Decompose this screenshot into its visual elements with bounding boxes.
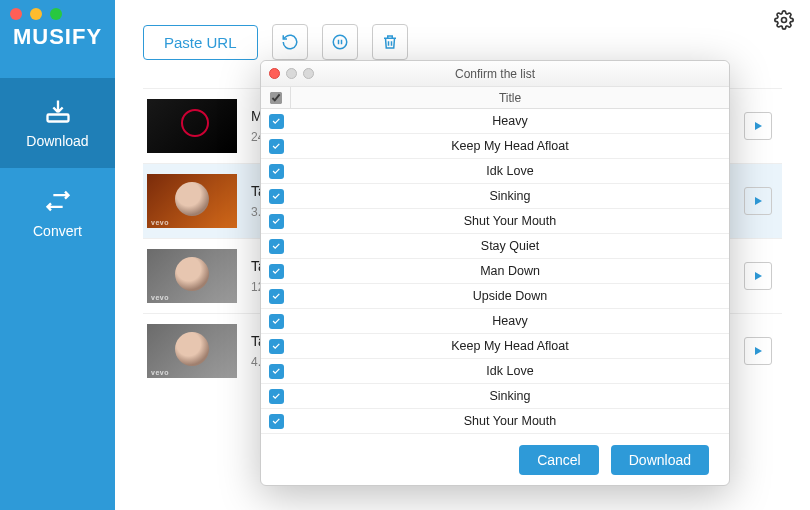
track-title: Keep My Head Afloat <box>291 339 729 353</box>
table-row[interactable]: Keep My Head Afloat <box>261 134 729 159</box>
row-checkbox[interactable] <box>261 114 291 129</box>
sidebar-item-download[interactable]: Download <box>0 78 115 168</box>
column-title: Title <box>291 91 729 105</box>
refresh-button[interactable] <box>272 24 308 60</box>
download-button[interactable]: Download <box>611 445 709 475</box>
toolbar: Paste URL <box>143 24 782 60</box>
select-all-checkbox[interactable] <box>261 87 291 108</box>
table-row[interactable]: Man Down <box>261 259 729 284</box>
track-title: Idk Love <box>291 164 729 178</box>
track-title: Sinking <box>291 389 729 403</box>
svg-point-0 <box>782 18 787 23</box>
track-title: Heavy <box>291 314 729 328</box>
play-button[interactable] <box>744 187 772 215</box>
table-row[interactable]: Idk Love <box>261 359 729 384</box>
cancel-button[interactable]: Cancel <box>519 445 599 475</box>
row-checkbox[interactable] <box>261 414 291 429</box>
thumbnail: vevo <box>147 324 237 378</box>
settings-button[interactable] <box>774 10 794 34</box>
maximize-icon[interactable] <box>50 8 62 20</box>
dialog-close-icon[interactable] <box>269 68 280 79</box>
track-title: Heavy <box>291 114 729 128</box>
row-checkbox[interactable] <box>261 239 291 254</box>
row-checkbox[interactable] <box>261 264 291 279</box>
track-title: Man Down <box>291 264 729 278</box>
track-title: Sinking <box>291 189 729 203</box>
track-title: Shut Your Mouth <box>291 214 729 228</box>
sidebar-item-label: Convert <box>33 223 82 239</box>
minimize-icon[interactable] <box>30 8 42 20</box>
table-header: Title <box>261 87 729 109</box>
table-row[interactable]: Heavy <box>261 309 729 334</box>
thumbnail: vevo <box>147 249 237 303</box>
dialog-maximize-icon <box>303 68 314 79</box>
brand-logo: MUSIFY <box>0 24 115 50</box>
row-checkbox[interactable] <box>261 189 291 204</box>
table-row[interactable]: Shut Your Mouth <box>261 409 729 433</box>
svg-point-2 <box>333 35 347 49</box>
table-row[interactable]: Upside Down <box>261 284 729 309</box>
sidebar-item-label: Download <box>26 133 88 149</box>
play-button[interactable] <box>744 112 772 140</box>
row-checkbox[interactable] <box>261 289 291 304</box>
row-checkbox[interactable] <box>261 389 291 404</box>
play-button[interactable] <box>744 262 772 290</box>
track-rows: HeavyKeep My Head AfloatIdk LoveSinkingS… <box>261 109 729 433</box>
table-row[interactable]: Sinking <box>261 384 729 409</box>
pause-button[interactable] <box>322 24 358 60</box>
row-checkbox[interactable] <box>261 314 291 329</box>
sidebar: MUSIFY Download Convert <box>0 0 115 510</box>
track-title: Shut Your Mouth <box>291 414 729 428</box>
svg-rect-1 <box>47 115 68 122</box>
row-checkbox[interactable] <box>261 139 291 154</box>
sidebar-item-convert[interactable]: Convert <box>0 168 115 258</box>
app-window: MUSIFY Download Convert Paste URL <box>0 0 810 510</box>
thumbnail: vevo <box>147 174 237 228</box>
close-icon[interactable] <box>10 8 22 20</box>
table-row[interactable]: Stay Quiet <box>261 234 729 259</box>
table-row[interactable]: Shut Your Mouth <box>261 209 729 234</box>
delete-button[interactable] <box>372 24 408 60</box>
paste-url-button[interactable]: Paste URL <box>143 25 258 60</box>
dialog-minimize-icon <box>286 68 297 79</box>
confirm-list-dialog: Confirm the list Title HeavyKeep My Head… <box>260 60 730 486</box>
dialog-titlebar: Confirm the list <box>261 61 729 87</box>
table-row[interactable]: Heavy <box>261 109 729 134</box>
table-row[interactable]: Sinking <box>261 184 729 209</box>
play-button[interactable] <box>744 337 772 365</box>
track-title: Stay Quiet <box>291 239 729 253</box>
table-row[interactable]: Keep My Head Afloat <box>261 334 729 359</box>
table-row[interactable]: Idk Love <box>261 159 729 184</box>
dialog-title: Confirm the list <box>455 67 535 81</box>
row-checkbox[interactable] <box>261 214 291 229</box>
thumbnail <box>147 99 237 153</box>
track-title: Idk Love <box>291 364 729 378</box>
track-title: Upside Down <box>291 289 729 303</box>
row-checkbox[interactable] <box>261 164 291 179</box>
dialog-footer: Cancel Download <box>261 433 729 485</box>
row-checkbox[interactable] <box>261 364 291 379</box>
track-title: Keep My Head Afloat <box>291 139 729 153</box>
row-checkbox[interactable] <box>261 339 291 354</box>
window-traffic-lights <box>10 8 62 20</box>
